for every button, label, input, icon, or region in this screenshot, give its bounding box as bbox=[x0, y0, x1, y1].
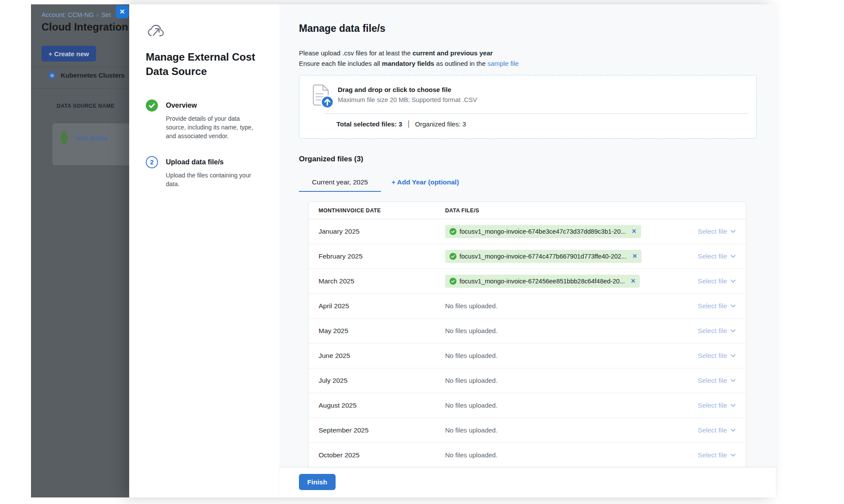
instruction-text: as outlined in the bbox=[434, 60, 487, 67]
table-row: August 2025 No files uploaded. Select fi… bbox=[309, 393, 746, 418]
file-cell: focusv1_mongo-invoice-674be3ce47c73d37dd… bbox=[445, 225, 670, 238]
select-file-dropdown[interactable]: Select file bbox=[670, 302, 736, 310]
divider bbox=[324, 113, 748, 114]
add-year-button[interactable]: + Add Year (optional) bbox=[391, 174, 459, 192]
instruction-text: Please upload .csv files for at least th… bbox=[299, 49, 412, 57]
instruction-bold-text: mandatory fields bbox=[382, 60, 434, 67]
upload-instructions: Please upload .csv files for at least th… bbox=[299, 48, 519, 69]
table-row: February 2025 focusv1_mongo-invoice-6774… bbox=[309, 244, 746, 269]
select-file-label: Select file bbox=[698, 426, 727, 434]
file-chip: focusv1_mongo-invoice-6774c477b667901d77… bbox=[445, 250, 642, 263]
select-file-label: Select file bbox=[698, 402, 727, 409]
select-file-label: Select file bbox=[698, 377, 727, 385]
table-row: July 2025 No files uploaded. Select file bbox=[309, 368, 746, 393]
create-new-button: + Create new bbox=[41, 46, 96, 61]
select-file-dropdown[interactable]: Select file bbox=[670, 352, 736, 360]
file-uploaded-check-icon bbox=[449, 228, 456, 235]
kubernetes-tab-label: Kubernetes Clusters bbox=[61, 72, 125, 79]
cloud-export-icon bbox=[148, 24, 164, 38]
upload-step-content: Manage data file/s Please upload .csv fi… bbox=[279, 4, 776, 468]
file-rows: January 2025 focusv1_mongo-invoice-674be… bbox=[309, 219, 746, 468]
remove-file-button[interactable]: ✕ bbox=[631, 228, 636, 235]
app-frame: Account: CCM-NG›Set Cloud Integration + … bbox=[31, 4, 776, 497]
file-cell: No files uploaded. bbox=[445, 402, 670, 409]
finish-button[interactable]: Finish bbox=[299, 474, 336, 490]
total-selected-files: Total selected files: 3 bbox=[336, 120, 402, 128]
sample-file-link[interactable]: sample file bbox=[487, 60, 519, 67]
select-file-dropdown[interactable]: Select file bbox=[670, 402, 736, 409]
chevron-down-icon bbox=[731, 453, 736, 457]
remove-file-button[interactable]: ✕ bbox=[631, 278, 635, 284]
month-cell: January 2025 bbox=[319, 228, 445, 235]
instruction-line-1: Please upload .csv files for at least th… bbox=[299, 48, 519, 58]
select-file-dropdown[interactable]: Select file bbox=[670, 451, 736, 459]
instruction-bold-text: current and previous year bbox=[412, 49, 493, 57]
table-row: October 2025 No files uploaded. Select f… bbox=[309, 443, 746, 468]
select-file-dropdown[interactable]: Select file bbox=[670, 277, 736, 285]
drawer-footer: Finish bbox=[279, 468, 776, 497]
close-drawer-button[interactable]: ✕ bbox=[116, 5, 129, 18]
table-row: January 2025 focusv1_mongo-invoice-674be… bbox=[309, 219, 746, 244]
chevron-down-icon bbox=[731, 230, 736, 233]
chevron-down-icon bbox=[731, 354, 736, 358]
content-heading: Manage data file/s bbox=[299, 23, 385, 34]
organized-files-heading: Organized files (3) bbox=[299, 155, 363, 163]
tab-kubernetes-clusters: ⎈ Kubernetes Clusters bbox=[48, 71, 125, 79]
file-uploaded-check-icon bbox=[449, 253, 456, 260]
select-file-label: Select file bbox=[698, 228, 727, 235]
empty-text: No files uploaded. bbox=[445, 451, 497, 459]
select-file-label: Select file bbox=[698, 252, 727, 260]
table-row: March 2025 focusv1_mongo-invoice-672456e… bbox=[309, 269, 746, 294]
dimmed-background-page: Account: CCM-NG›Set Cloud Integration + … bbox=[31, 4, 129, 497]
year-tabs: Current year, 2025 + Add Year (optional) bbox=[299, 174, 459, 192]
breadcrumb-separator: › bbox=[96, 11, 99, 18]
organized-files-count: Organized files: 3 bbox=[415, 120, 466, 128]
upload-file-icon bbox=[312, 84, 335, 109]
select-file-label: Select file bbox=[698, 451, 727, 459]
file-cell: No files uploaded. bbox=[445, 352, 670, 360]
column-month-invoice-date: MONTH/INVOICE DATE bbox=[319, 208, 445, 214]
chevron-down-icon bbox=[731, 329, 736, 333]
stepper-panel: Manage External Cost Data Source Overvie… bbox=[129, 4, 279, 497]
select-file-label: Select file bbox=[698, 327, 727, 335]
chevron-down-icon bbox=[731, 379, 736, 382]
file-chip-name: focusv1_mongo-invoice-674be3ce47c73d37dd… bbox=[460, 228, 626, 235]
close-icon: ✕ bbox=[120, 8, 125, 15]
select-file-label: Select file bbox=[698, 352, 727, 360]
file-uploaded-check-icon bbox=[449, 278, 456, 285]
select-file-dropdown[interactable]: Select file bbox=[670, 377, 736, 385]
file-chip: focusv1_mongo-invoice-672456ee851bbb28c6… bbox=[445, 275, 640, 288]
select-file-dropdown[interactable]: Select file bbox=[670, 426, 736, 434]
empty-text: No files uploaded. bbox=[445, 352, 497, 359]
files-table-header: MONTH/INVOICE DATE DATA FILE/S bbox=[309, 202, 746, 219]
divider bbox=[31, 67, 129, 67]
file-cell: focusv1_mongo-invoice-672456ee851bbb28c6… bbox=[445, 275, 670, 288]
file-totals: Total selected files: 3 Organized files:… bbox=[336, 120, 466, 128]
chevron-down-icon bbox=[731, 279, 736, 283]
select-file-dropdown[interactable]: Select file bbox=[670, 252, 736, 260]
column-data-files: DATA FILE/S bbox=[445, 208, 670, 214]
select-file-dropdown[interactable]: Select file bbox=[670, 228, 736, 235]
remove-file-button[interactable]: ✕ bbox=[632, 253, 637, 259]
instruction-line-2: Ensure each file includes all mandatory … bbox=[299, 58, 519, 69]
data-source-link: test-jbisht bbox=[76, 134, 107, 142]
step-upload-description: Upload the files containing your data. bbox=[166, 171, 258, 188]
chevron-down-icon bbox=[731, 304, 736, 308]
file-cell: focusv1_mongo-invoice-6774c477b667901d77… bbox=[445, 250, 670, 263]
kubernetes-icon: ⎈ bbox=[48, 71, 56, 79]
file-chip: focusv1_mongo-invoice-674be3ce47c73d37dd… bbox=[445, 225, 641, 238]
file-dropzone[interactable]: Drag and drop or click to choose file Ma… bbox=[299, 75, 757, 139]
month-cell: February 2025 bbox=[319, 252, 445, 260]
month-cell: April 2025 bbox=[319, 302, 445, 310]
table-row: September 2025 No files uploaded. Select… bbox=[309, 418, 746, 443]
step-upload-label: Upload data file/s bbox=[166, 158, 223, 166]
select-file-label: Select file bbox=[698, 302, 727, 310]
select-file-dropdown[interactable]: Select file bbox=[670, 327, 736, 335]
empty-text: No files uploaded. bbox=[445, 327, 497, 334]
month-cell: August 2025 bbox=[319, 402, 445, 409]
dropzone-subtitle: Maximum file size 20 MB; Supported forma… bbox=[338, 96, 477, 103]
tab-current-year[interactable]: Current year, 2025 bbox=[299, 174, 381, 192]
month-cell: July 2025 bbox=[319, 377, 445, 385]
manage-data-source-drawer: Manage External Cost Data Source Overvie… bbox=[129, 4, 776, 497]
step-number-badge: 2 bbox=[146, 156, 158, 168]
